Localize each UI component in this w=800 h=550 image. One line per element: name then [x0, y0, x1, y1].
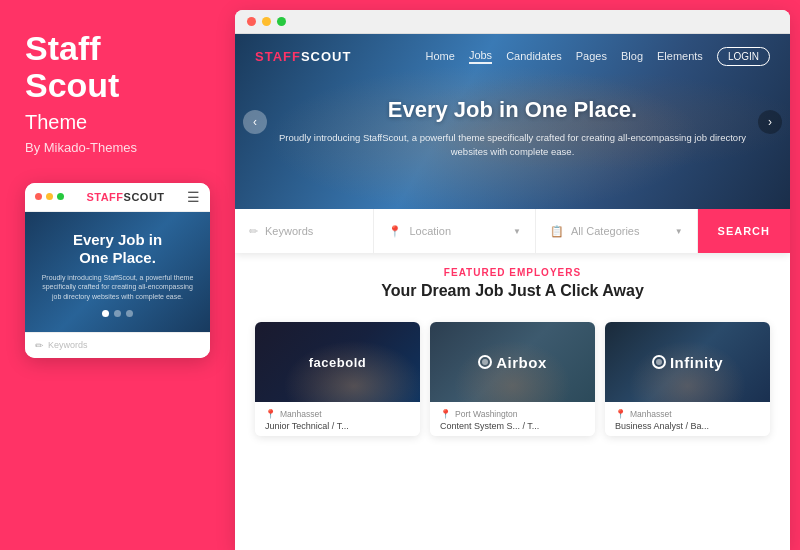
- keywords-placeholder: Keywords: [265, 225, 313, 237]
- nav-blog[interactable]: Blog: [621, 50, 643, 62]
- mobile-search-bar: ✏ Keywords: [25, 332, 210, 358]
- categories-icon: 📋: [550, 225, 564, 238]
- airbox-logo-overlay: Airbox: [430, 322, 595, 402]
- airbox-logo-icon: [478, 355, 492, 369]
- left-panel: StaffScout Theme By Mikado-Themes STAFFS…: [0, 0, 235, 550]
- infinity-location-icon: 📍: [615, 409, 626, 419]
- facebold-logo-text: facebold: [309, 355, 366, 370]
- keywords-icon: ✏: [249, 225, 258, 238]
- facebold-location-icon: 📍: [265, 409, 276, 419]
- carousel-dot-3[interactable]: [126, 310, 133, 317]
- location-chevron-icon: ▼: [513, 227, 521, 236]
- carousel-dot-2[interactable]: [114, 310, 121, 317]
- hero-next-arrow[interactable]: ›: [758, 110, 782, 134]
- logo-scout: SCOUT: [301, 49, 352, 64]
- nav-elements[interactable]: Elements: [657, 50, 703, 62]
- employer-card-facebold[interactable]: facebold 📍 Manhasset Junior Technical / …: [255, 322, 420, 436]
- nav-login-button[interactable]: LOGIN: [717, 47, 770, 66]
- featured-title: Your Dream Job Just A Click Away: [255, 282, 770, 300]
- facebold-card-footer: 📍 Manhasset Junior Technical / T...: [255, 402, 420, 436]
- logo-staff: STAFF: [255, 49, 301, 64]
- mobile-topbar: STAFFSCOUT ☰: [25, 183, 210, 212]
- airbox-card-image: Airbox: [430, 322, 595, 402]
- mobile-logo-staff: STAFF: [86, 191, 123, 203]
- facebold-location: 📍 Manhasset: [265, 409, 410, 419]
- categories-placeholder: All Categories: [571, 225, 639, 237]
- facebold-job-title: Junior Technical / T...: [265, 421, 410, 431]
- hero-section: STAFFSCOUT Home Jobs Candidates Pages Bl…: [235, 34, 790, 209]
- mobile-logo-scout: SCOUT: [124, 191, 165, 203]
- featured-label: Featured Employers: [255, 267, 770, 278]
- mobile-logo: STAFFSCOUT: [86, 191, 164, 203]
- hero-prev-arrow[interactable]: ‹: [243, 110, 267, 134]
- employer-card-airbox[interactable]: Airbox 📍 Port Washington Content System …: [430, 322, 595, 436]
- hero-title: Every Job in One Place.: [277, 97, 749, 123]
- browser-titlebar: [235, 10, 790, 34]
- mobile-hero-title: Every Job inOne Place.: [37, 231, 198, 267]
- mobile-search-placeholder: Keywords: [48, 340, 88, 350]
- categories-chevron-icon: ▼: [675, 227, 683, 236]
- facebold-logo-overlay: facebold: [255, 322, 420, 402]
- hero-content: Every Job in One Place. Proudly introduc…: [277, 97, 749, 160]
- nav-candidates[interactable]: Candidates: [506, 50, 562, 62]
- nav-pages[interactable]: Pages: [576, 50, 607, 62]
- infinity-logo-icon: [652, 355, 666, 369]
- carousel-dot-1[interactable]: [102, 310, 109, 317]
- browser-dot-yellow[interactable]: [262, 17, 271, 26]
- nav-jobs[interactable]: Jobs: [469, 49, 492, 64]
- airbox-location-text: Port Washington: [455, 409, 518, 419]
- mobile-hero: Every Job inOne Place. Proudly introduci…: [25, 212, 210, 332]
- mobile-dot-yellow: [46, 193, 53, 200]
- airbox-logo-text: Airbox: [496, 354, 547, 371]
- employer-card-infinity[interactable]: Infinity 📍 Manhasset Business Analyst / …: [605, 322, 770, 436]
- mobile-window-dots: [35, 193, 64, 200]
- app-author: By Mikado-Themes: [25, 140, 210, 155]
- hamburger-icon[interactable]: ☰: [187, 189, 200, 205]
- app-title: StaffScout: [25, 30, 210, 105]
- infinity-logo-overlay: Infinity: [605, 322, 770, 402]
- airbox-location: 📍 Port Washington: [440, 409, 585, 419]
- infinity-location: 📍 Manhasset: [615, 409, 760, 419]
- mobile-mockup: STAFFSCOUT ☰ Every Job inOne Place. Prou…: [25, 183, 210, 358]
- mobile-dot-green: [57, 193, 64, 200]
- hero-description: Proudly introducing StaffScout, a powerf…: [277, 131, 749, 160]
- browser-dot-green[interactable]: [277, 17, 286, 26]
- mobile-carousel-dots: [37, 310, 198, 317]
- app-subtitle: Theme: [25, 111, 210, 134]
- infinity-job-title: Business Analyst / Ba...: [615, 421, 760, 431]
- airbox-job-title: Content System S... / T...: [440, 421, 585, 431]
- mobile-dot-red: [35, 193, 42, 200]
- airbox-location-icon: 📍: [440, 409, 451, 419]
- location-placeholder: Location: [409, 225, 451, 237]
- employer-cards-container: facebold 📍 Manhasset Junior Technical / …: [235, 322, 790, 436]
- infinity-card-image: Infinity: [605, 322, 770, 402]
- location-icon: 📍: [388, 225, 402, 238]
- browser-window: STAFFSCOUT Home Jobs Candidates Pages Bl…: [235, 10, 790, 550]
- airbox-card-footer: 📍 Port Washington Content System S... / …: [430, 402, 595, 436]
- infinity-card-footer: 📍 Manhasset Business Analyst / Ba...: [605, 402, 770, 436]
- browser-dot-red[interactable]: [247, 17, 256, 26]
- site-logo: STAFFSCOUT: [255, 49, 351, 64]
- nav-home[interactable]: Home: [426, 50, 455, 62]
- featured-section: Featured Employers Your Dream Job Just A…: [235, 253, 790, 322]
- mobile-keywords-icon: ✏: [35, 340, 43, 351]
- categories-field[interactable]: 📋 All Categories ▼: [536, 209, 698, 253]
- mobile-hero-content: Every Job inOne Place. Proudly introduci…: [37, 231, 198, 317]
- mobile-hero-desc: Proudly introducing StaffScout, a powerf…: [37, 273, 198, 302]
- keywords-field[interactable]: ✏ Keywords: [235, 209, 374, 253]
- infinity-location-text: Manhasset: [630, 409, 672, 419]
- infinity-logo-text: Infinity: [670, 354, 723, 371]
- location-field[interactable]: 📍 Location ▼: [374, 209, 536, 253]
- browser-content: STAFFSCOUT Home Jobs Candidates Pages Bl…: [235, 34, 790, 550]
- site-navbar: STAFFSCOUT Home Jobs Candidates Pages Bl…: [235, 34, 790, 78]
- facebold-location-text: Manhasset: [280, 409, 322, 419]
- facebold-card-image: facebold: [255, 322, 420, 402]
- search-button[interactable]: SEARCH: [698, 209, 790, 253]
- search-bar: ✏ Keywords 📍 Location ▼ 📋 All Categories…: [235, 209, 790, 253]
